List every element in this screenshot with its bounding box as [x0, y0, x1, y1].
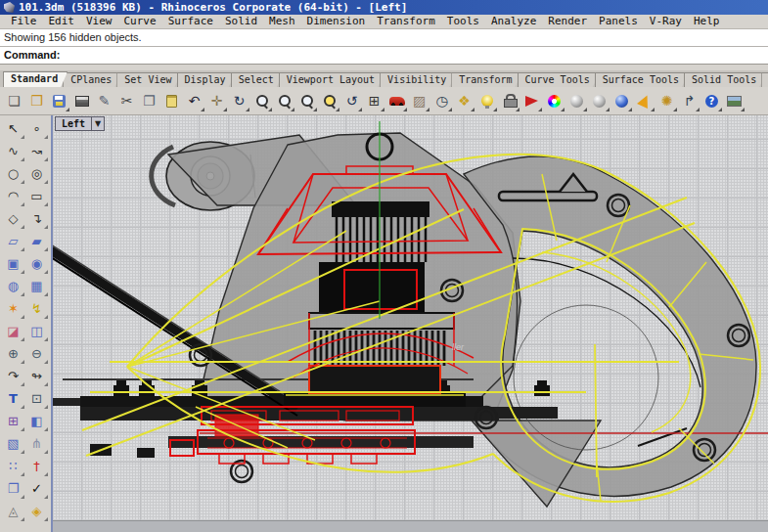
move-axis-button[interactable]: ↱ — [678, 89, 700, 112]
control-point-curve-tool-button[interactable]: ↝ — [25, 140, 48, 161]
arc-tool-button[interactable]: ◠ — [2, 185, 24, 206]
tab-visibility[interactable]: Visibility — [380, 72, 456, 87]
menu-mesh[interactable]: Mesh — [263, 15, 301, 28]
select-arrow-tool-button[interactable]: ↖ — [2, 117, 24, 139]
zoom-dynamic-button[interactable] — [250, 89, 273, 112]
color-wheel-button[interactable] — [543, 89, 565, 112]
render-preview-button[interactable]: ▨ — [408, 89, 430, 112]
surface-patch-tool-button[interactable]: ▰ — [25, 230, 48, 251]
tab-set-view[interactable]: Set View — [116, 72, 181, 87]
options-gear-button[interactable]: ✺ — [655, 89, 678, 112]
surface-from-planar-tool-button[interactable]: ▧ — [2, 432, 24, 454]
zoom-selected-button[interactable] — [318, 89, 340, 112]
ghosted-viewport-button[interactable] — [588, 89, 610, 112]
tab-standard[interactable]: Standard — [3, 71, 68, 87]
menu-help[interactable]: Help — [688, 15, 726, 28]
render-button[interactable] — [385, 89, 408, 112]
control-point-surface-tool-button[interactable]: ▱ — [2, 230, 24, 251]
vray-framebuffer-button[interactable] — [723, 89, 745, 112]
grass-fur-tool-button[interactable]: ⋔ — [25, 432, 48, 454]
blend-curve-tool-button[interactable]: ↬ — [25, 365, 48, 386]
trim-tool-button[interactable]: ◪ — [2, 320, 24, 341]
viewport-left[interactable]: Left ▼ — [51, 115, 768, 532]
viewport-menu-chevron-icon[interactable]: ▼ — [92, 116, 105, 131]
circle-tool-button[interactable]: ○ — [2, 162, 24, 184]
menu-curve[interactable]: Curve — [118, 15, 162, 28]
move-control-point-tool-button[interactable]: ⊡ — [25, 387, 48, 409]
tab-transform[interactable]: Transform — [451, 72, 521, 87]
notification-cone-button[interactable] — [633, 89, 655, 112]
array-tool-button[interactable]: ∷ — [2, 455, 24, 476]
menu-analyze[interactable]: Analyze — [485, 15, 542, 28]
rectangle-tool-button[interactable]: ▭ — [25, 185, 48, 206]
pan-hand-button[interactable]: ✛ — [205, 89, 228, 112]
menu-v-ray[interactable]: V-Ray — [644, 15, 688, 28]
explode-tool-button[interactable]: ✶ — [2, 297, 24, 319]
render-current-button[interactable] — [520, 89, 543, 112]
menu-tools[interactable]: Tools — [441, 15, 485, 28]
print-button[interactable] — [70, 89, 93, 112]
check-tool-button[interactable]: ✓ — [25, 477, 48, 499]
help-button[interactable] — [700, 89, 723, 112]
viewport-title-tab[interactable]: Left ▼ — [55, 116, 105, 131]
lock-button[interactable] — [498, 89, 520, 112]
tab-viewport-layout[interactable]: Viewport Layout — [279, 72, 384, 87]
sphere-tool-button[interactable]: ◉ — [25, 252, 48, 274]
viewport-layout-button[interactable]: ⊞ — [363, 89, 385, 112]
cut-button[interactable]: ✂ — [115, 89, 138, 112]
undo-button[interactable]: ↶ — [183, 89, 205, 112]
mirror-copy-tool-button[interactable]: ◧ — [25, 410, 48, 431]
rotate-view-button[interactable]: ↻ — [228, 89, 250, 112]
menu-edit[interactable]: Edit — [43, 15, 81, 28]
menu-render[interactable]: Render — [542, 15, 593, 28]
tab-mesh-tools[interactable]: Mesh Tools — [761, 72, 768, 87]
copy-button[interactable]: ❐ — [138, 89, 160, 112]
box-tool-button[interactable]: ▣ — [2, 252, 24, 274]
polyline-tool-button[interactable]: ∿ — [2, 140, 24, 161]
extract-surface-tool-button[interactable]: ◬ — [2, 500, 24, 521]
paste-button[interactable] — [160, 89, 183, 112]
tab-display[interactable]: Display — [177, 72, 236, 87]
title-bar[interactable]: 101.3dm (518396 KB) - Rhinoceros Corpora… — [0, 0, 768, 15]
menu-solid[interactable]: Solid — [219, 15, 263, 28]
menu-file[interactable]: File — [5, 15, 43, 28]
boolean-difference-tool-button[interactable]: ⊖ — [25, 342, 48, 364]
menu-view[interactable]: View — [80, 15, 118, 28]
block-tool-button[interactable]: ⊞ — [2, 410, 24, 431]
fillet-curve-tool-button[interactable]: ↷ — [2, 365, 24, 386]
shaded-viewport-button[interactable] — [565, 89, 588, 112]
ellipse-tool-button[interactable]: ◎ — [25, 162, 48, 184]
cut-face-tool-button[interactable]: ◈ — [25, 500, 48, 521]
split-tool-button[interactable]: ◫ — [25, 320, 48, 341]
save-file-button[interactable] — [48, 89, 70, 112]
open-file-button[interactable]: ❒ — [25, 89, 48, 112]
menu-transform[interactable]: Transform — [371, 15, 441, 28]
tab-select[interactable]: Select — [231, 72, 284, 87]
edit-page-button[interactable]: ✎ — [93, 89, 115, 112]
text-tool-button[interactable]: T — [2, 387, 24, 409]
boolean-union-tool-button[interactable]: ⊕ — [2, 342, 24, 364]
lightbulb-button[interactable] — [475, 89, 498, 112]
tab-solid-tools[interactable]: Solid Tools — [684, 72, 766, 87]
menu-panels[interactable]: Panels — [593, 15, 644, 28]
set-view-button[interactable]: ◷ — [430, 89, 453, 112]
tab-cplanes[interactable]: CPlanes — [63, 72, 121, 87]
menu-dimension[interactable]: Dimension — [301, 15, 372, 28]
viewport-title[interactable]: Left — [55, 116, 92, 131]
menu-surface[interactable]: Surface — [162, 15, 219, 28]
copy-objects-tool-button[interactable]: ❐ — [2, 477, 24, 499]
tab-surface-tools[interactable]: Surface Tools — [595, 72, 689, 87]
command-input-line[interactable]: Command: — [0, 47, 768, 65]
polygon-tool-button[interactable]: ◇ — [2, 207, 24, 229]
explode-lightning-tool-button[interactable]: ↯ — [25, 297, 48, 319]
pipe-collision-tool-button[interactable]: † — [25, 455, 48, 476]
tab-curve-tools[interactable]: Curve Tools — [518, 72, 600, 87]
new-file-button[interactable]: ❏ — [3, 89, 25, 112]
undo-view-change-button[interactable]: ↺ — [340, 89, 363, 112]
curve-corner-tool-button[interactable]: ↴ — [25, 207, 48, 229]
zoom-window-button[interactable] — [273, 89, 295, 112]
zoom-extents-button[interactable] — [295, 89, 318, 112]
rendered-viewport-button[interactable] — [610, 89, 633, 112]
named-cplane-button[interactable]: ❖ — [453, 89, 475, 112]
point-tool-button[interactable]: ∘ — [25, 117, 48, 139]
